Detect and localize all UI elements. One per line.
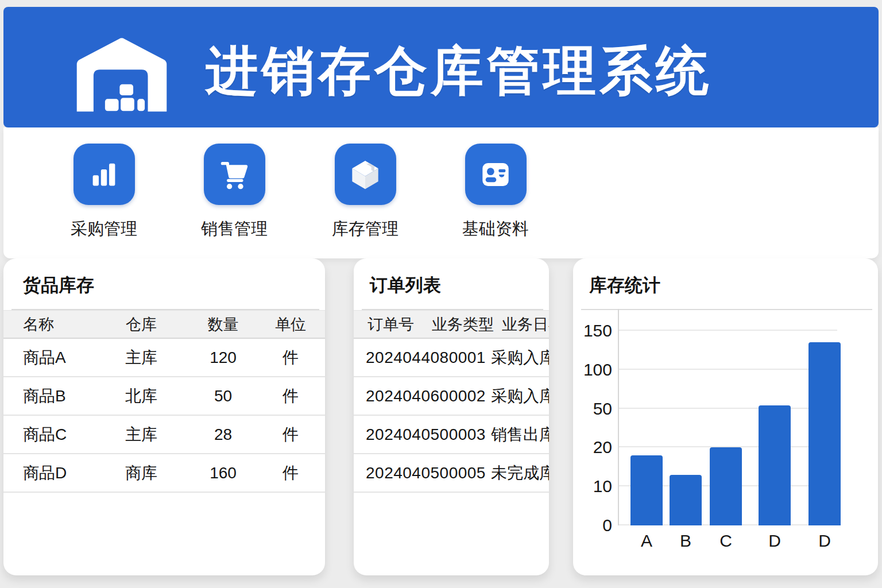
cell-qty: 160 (184, 464, 262, 482)
cell-biz-type: 未完成库 (491, 462, 549, 484)
col-order-no: 订单号 (368, 314, 432, 335)
y-tick-label: 10 (573, 475, 612, 498)
nav-item-purchase[interactable]: 采购管理 (58, 144, 150, 241)
col-unit: 单位 (262, 314, 319, 335)
gridline (619, 408, 837, 409)
col-biz-date: 业务日期 (502, 314, 549, 335)
orders-panel-title: 订单列表 (354, 258, 549, 297)
cell-unit: 件 (262, 424, 319, 446)
col-name: 名称 (15, 314, 98, 335)
cell-name: 商品D (15, 462, 98, 484)
chart-plot (619, 331, 837, 525)
chart-panel: 库存统计 0102050100150 ABCDD (573, 258, 878, 575)
x-tick-label: A (629, 531, 664, 551)
table-row: 商品D 商库 160 件 (3, 454, 325, 493)
col-biz-type: 业务类型 (432, 314, 502, 335)
warehouse-logo-icon (69, 31, 174, 118)
cell-qty: 28 (184, 425, 262, 444)
gridline (619, 330, 837, 331)
x-tick-label: D (807, 531, 842, 551)
cell-order-no: 2024040500005 (366, 464, 491, 482)
nav-label-purchase: 采购管理 (58, 218, 150, 241)
cell-order-no: 2024044080001 (366, 349, 491, 367)
table-row: 2024040500003 销售出库 (354, 416, 549, 454)
x-tick-label: C (709, 531, 743, 551)
table-row: 商品B 北库 50 件 (3, 377, 325, 416)
cell-unit: 件 (262, 462, 319, 484)
cell-warehouse: 主库 (98, 347, 184, 369)
table-row: 商品A 主库 120 件 (3, 339, 325, 377)
gridline (619, 369, 837, 370)
cell-warehouse: 主库 (98, 424, 184, 446)
y-tick-label: 150 (573, 319, 612, 342)
nav-label-basedata: 基础资料 (450, 218, 541, 241)
nav-item-basedata[interactable]: 基础资料 (450, 144, 541, 241)
nav-label-inventory: 库存管理 (319, 218, 411, 241)
cart-icon (204, 144, 265, 205)
y-tick-label: 50 (573, 397, 612, 420)
cell-warehouse: 北库 (98, 385, 184, 407)
chart-bar (759, 405, 791, 525)
table-row: 2024044080001 采购入库 (354, 339, 549, 377)
x-tick-label: B (668, 531, 703, 551)
box-icon (335, 144, 396, 205)
nav-band: 采购管理 销售管理 库存管理 (3, 127, 879, 258)
y-tick-label: 100 (573, 358, 612, 381)
cell-qty: 50 (184, 387, 262, 405)
cell-biz-type: 销售出库 (491, 424, 549, 446)
id-card-icon (465, 144, 527, 205)
inventory-bar-chart: 0102050100150 ABCDD (573, 258, 878, 575)
table-row: 商品C 主库 28 件 (3, 416, 325, 454)
col-qty: 数量 (184, 314, 262, 335)
cell-order-no: 2024040600002 (366, 387, 491, 405)
table-row: 2024040600002 采购入库 (354, 377, 549, 416)
cell-biz-type: 采购入库 (491, 385, 549, 407)
chart-bar (808, 342, 841, 525)
y-tick-label: 20 (573, 436, 612, 459)
orders-table-header: 订单号 业务类型 业务日期 (354, 310, 549, 339)
chart-bar (630, 455, 663, 525)
cell-biz-type: 采购入库 (491, 347, 549, 369)
cell-name: 商品C (15, 424, 98, 446)
x-tick-label: D (757, 531, 792, 551)
nav-label-sales: 销售管理 (188, 218, 280, 241)
nav-item-inventory[interactable]: 库存管理 (319, 144, 411, 241)
inventory-table-header: 名称 仓库 数量 单位 (3, 310, 325, 339)
cell-name: 商品B (15, 385, 98, 407)
cell-unit: 件 (262, 385, 319, 407)
cell-qty: 120 (184, 349, 262, 367)
nav-item-sales[interactable]: 销售管理 (188, 144, 280, 241)
cell-warehouse: 商库 (98, 462, 184, 484)
cell-name: 商品A (15, 347, 98, 369)
inventory-panel: 货品库存 名称 仓库 数量 单位 商品A 主库 120 件 商品B 北库 50 … (3, 258, 325, 575)
col-warehouse: 仓库 (98, 314, 184, 335)
y-tick-label: 0 (573, 514, 612, 537)
cell-order-no: 2024040500003 (366, 425, 491, 444)
bar-chart-icon (74, 144, 135, 205)
chart-bar (710, 447, 742, 525)
chart-bar (670, 475, 702, 525)
orders-panel: 订单列表 订单号 业务类型 业务日期 2024044080001 采购入库 20… (354, 258, 549, 575)
app-title: 进销存仓库管理系统 (206, 36, 712, 107)
app-header: 进销存仓库管理系统 (3, 7, 879, 127)
inventory-panel-title: 货品库存 (3, 258, 325, 297)
table-row: 2024040500005 未完成库 (354, 454, 549, 493)
cell-unit: 件 (262, 347, 319, 369)
